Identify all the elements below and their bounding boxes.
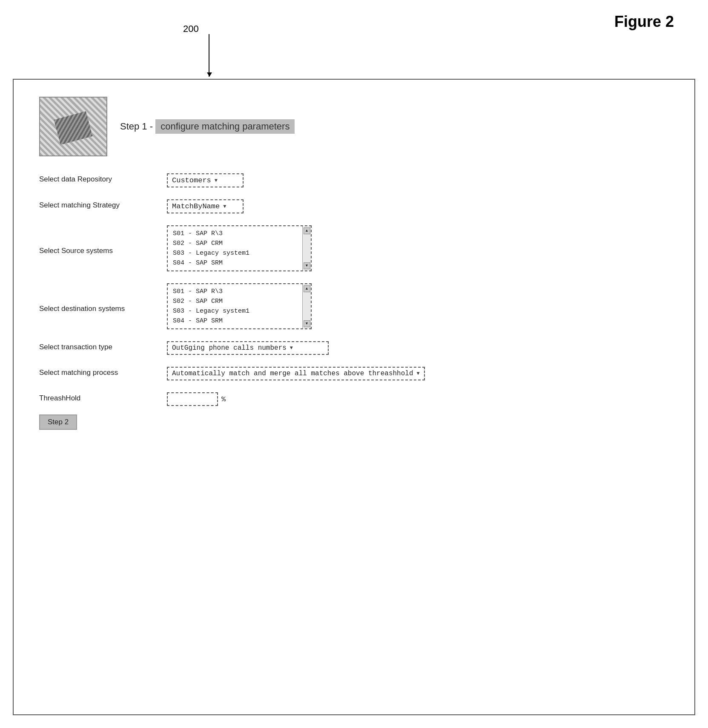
step1-label: Step 1 - configure matching parameters [120, 119, 295, 134]
destination-systems-control: S01 - SAP R\3 S02 - SAP CRM S03 - Legacy… [167, 283, 669, 329]
matching-process-control: Automatically match and merge all matche… [167, 367, 669, 380]
list-item[interactable]: S03 - Legacy system1 [171, 306, 298, 316]
transaction-type-label: Select transaction type [39, 341, 167, 351]
matching-process-label: Select matching process [39, 367, 167, 377]
scroll-up-icon[interactable]: ▲ [304, 285, 310, 292]
matching-process-dropdown[interactable]: Automatically match and merge all matche… [167, 367, 425, 380]
matching-process-row: Select matching process Automatically ma… [39, 367, 669, 380]
figure-label: Figure 2 [614, 13, 674, 31]
destination-systems-list-inner: S01 - SAP R\3 S02 - SAP CRM S03 - Legacy… [171, 287, 307, 326]
destination-systems-scrollbar[interactable]: ▲ ▼ [302, 284, 311, 328]
data-repository-value: Customers [172, 176, 211, 184]
step1-link[interactable]: configure matching parameters [155, 119, 295, 134]
list-item[interactable]: S01 - SAP R\3 [171, 229, 298, 239]
transaction-type-arrow-icon: ▼ [290, 345, 293, 351]
matching-strategy-label: Select matching Strategy [39, 199, 167, 210]
source-systems-scrollbar[interactable]: ▲ ▼ [302, 226, 311, 270]
destination-systems-row: Select destination systems S01 - SAP R\3… [39, 283, 669, 329]
step1-prefix: Step 1 - [120, 121, 155, 132]
matching-strategy-row: Select matching Strategy MatchByName ▼ [39, 199, 669, 213]
matching-process-value: Automatically match and merge all matche… [172, 370, 413, 377]
matching-strategy-arrow-icon: ▼ [223, 204, 226, 210]
list-item[interactable]: S04 - SAP SRM [171, 258, 298, 268]
list-item[interactable]: S02 - SAP CRM [171, 239, 298, 248]
data-repository-row: Select data Repository Customers ▼ [39, 173, 669, 187]
step2-button[interactable]: Step 2 [39, 414, 77, 430]
data-repository-label: Select data Repository [39, 173, 167, 184]
threshold-label: ThreashHold [39, 392, 167, 403]
threshold-control: % [167, 392, 669, 406]
transaction-type-dropdown[interactable]: OutGging phone calls numbers ▼ [167, 341, 329, 355]
destination-systems-label: Select destination systems [39, 283, 167, 313]
threshold-input[interactable] [167, 392, 218, 406]
callout-arrow [209, 34, 209, 77]
data-repository-arrow-icon: ▼ [215, 178, 218, 184]
transaction-type-value: OutGging phone calls numbers [172, 344, 287, 352]
list-item[interactable]: S02 - SAP CRM [171, 296, 298, 306]
threshold-percent-symbol: % [221, 395, 226, 403]
matching-strategy-control: MatchByName ▼ [167, 199, 669, 213]
scroll-down-icon[interactable]: ▼ [304, 262, 310, 269]
transaction-type-row: Select transaction type OutGging phone c… [39, 341, 669, 355]
main-content-box: Step 1 - configure matching parameters S… [13, 79, 695, 715]
step1-row: Step 1 - configure matching parameters [39, 97, 669, 156]
source-systems-control: S01 - SAP R\3 S02 - SAP CRM S03 - Legacy… [167, 225, 669, 271]
scroll-up-icon[interactable]: ▲ [304, 227, 310, 234]
source-systems-row: Select Source systems S01 - SAP R\3 S02 … [39, 225, 669, 271]
data-repository-dropdown[interactable]: Customers ▼ [167, 173, 244, 187]
source-systems-listbox[interactable]: S01 - SAP R\3 S02 - SAP CRM S03 - Legacy… [167, 225, 312, 271]
form-section: Select data Repository Customers ▼ Selec… [39, 173, 669, 406]
scroll-down-icon[interactable]: ▼ [304, 320, 310, 327]
source-systems-list-inner: S01 - SAP R\3 S02 - SAP CRM S03 - Legacy… [171, 229, 307, 268]
list-item[interactable]: S01 - SAP R\3 [171, 287, 298, 296]
list-item[interactable]: S03 - Legacy system1 [171, 248, 298, 258]
matching-strategy-dropdown[interactable]: MatchByName ▼ [167, 199, 244, 213]
source-systems-label: Select Source systems [39, 225, 167, 255]
threshold-row: ThreashHold % [39, 392, 669, 406]
data-repository-control: Customers ▼ [167, 173, 669, 187]
matching-strategy-value: MatchByName [172, 202, 220, 210]
transaction-type-control: OutGging phone calls numbers ▼ [167, 341, 669, 355]
matching-process-arrow-icon: ▼ [417, 371, 420, 377]
step1-icon [39, 97, 107, 156]
list-item[interactable]: S04 - SAP SRM [171, 316, 298, 326]
callout-number: 200 [183, 23, 199, 35]
destination-systems-listbox[interactable]: S01 - SAP R\3 S02 - SAP CRM S03 - Legacy… [167, 283, 312, 329]
